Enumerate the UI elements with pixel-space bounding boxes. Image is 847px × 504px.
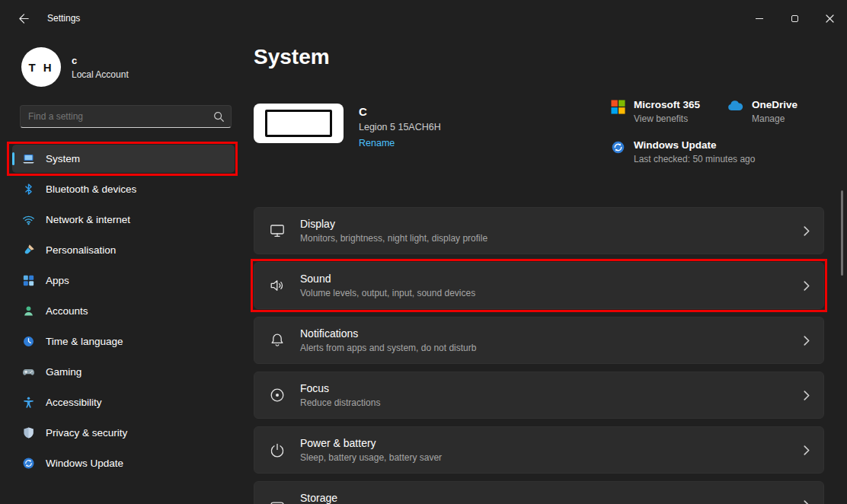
device-info: C Legion 5 15ACH6H Rename xyxy=(254,104,441,164)
update-arrows-icon xyxy=(22,457,35,470)
chevron-right-icon xyxy=(804,281,810,291)
sidebar-item-apps[interactable]: Apps xyxy=(12,266,235,295)
sidebar-item-label: System xyxy=(46,153,80,164)
user-account-type: Local Account xyxy=(72,69,129,80)
settings-card-notifications[interactable]: Notifications Alerts from apps and syste… xyxy=(254,317,824,364)
page-title: System xyxy=(254,44,824,70)
sidebar-item-time-language[interactable]: Time & language xyxy=(12,327,235,356)
card-title: Display xyxy=(300,218,789,230)
clock-icon xyxy=(22,335,35,348)
quick-links: Microsoft 365 View benefits OneDrive Man… xyxy=(611,99,824,164)
card-title: Sound xyxy=(300,273,789,285)
quick-link-title: Windows Update xyxy=(634,139,755,151)
window-controls xyxy=(742,0,847,37)
sidebar-item-label: Accounts xyxy=(46,305,88,317)
card-title: Power & battery xyxy=(300,437,789,449)
storage-drive-icon xyxy=(269,496,286,504)
sidebar-item-label: Personalisation xyxy=(46,244,116,256)
settings-card-focus[interactable]: Focus Reduce distractions xyxy=(254,372,824,419)
settings-card-sound[interactable]: Sound Volume levels, output, input, soun… xyxy=(254,262,824,309)
display-icon xyxy=(269,222,286,239)
sidebar-item-label: Windows Update xyxy=(46,458,123,469)
quick-link-windows-update[interactable]: Windows Update Last checked: 50 minutes … xyxy=(611,139,824,164)
back-button[interactable] xyxy=(11,6,37,30)
device-header: C Legion 5 15ACH6H Rename Microsoft 365 … xyxy=(254,104,824,164)
onedrive-cloud-icon xyxy=(727,100,743,112)
wifi-icon xyxy=(22,213,35,226)
manage-link[interactable]: Manage xyxy=(752,113,797,124)
game-controller-icon xyxy=(22,365,35,378)
user-name: c xyxy=(72,55,129,66)
maximize-button[interactable] xyxy=(777,0,812,37)
chevron-right-icon xyxy=(804,336,810,346)
card-subtitle: Volume levels, output, input, sound devi… xyxy=(300,288,789,298)
quick-link-title: Microsoft 365 xyxy=(634,99,700,110)
quick-link-onedrive[interactable]: OneDrive Manage xyxy=(727,99,824,124)
settings-card-power-battery[interactable]: Power & battery Sleep, battery usage, ba… xyxy=(254,426,824,474)
sidebar-item-system[interactable]: System xyxy=(12,145,235,173)
view-benefits-link[interactable]: View benefits xyxy=(634,113,700,124)
minimize-button[interactable] xyxy=(742,0,777,37)
chevron-right-icon xyxy=(804,445,810,455)
device-model: Legion 5 15ACH6H xyxy=(359,122,441,132)
main-content: System C Legion 5 15ACH6H Rename xyxy=(244,37,847,504)
sidebar-item-windows-update[interactable]: Windows Update xyxy=(12,449,235,477)
sidebar-item-label: Bluetooth & devices xyxy=(46,183,136,195)
paintbrush-icon xyxy=(22,244,35,257)
settings-window: Settings T H c Local Account xyxy=(0,0,847,504)
titlebar: Settings xyxy=(0,0,847,37)
user-account[interactable]: T H c Local Account xyxy=(21,47,244,87)
card-subtitle: Monitors, brightness, night light, displ… xyxy=(300,233,789,244)
sidebar-item-label: Gaming xyxy=(46,366,82,378)
card-subtitle: Sleep, battery usage, battery saver xyxy=(300,452,789,463)
card-title: Notifications xyxy=(300,327,789,340)
close-icon xyxy=(826,14,834,23)
sidebar-item-label: Apps xyxy=(46,275,69,286)
sidebar-item-accessibility[interactable]: Accessibility xyxy=(12,388,235,416)
sidebar-item-bluetooth-devices[interactable]: Bluetooth & devices xyxy=(12,175,235,203)
chevron-right-icon xyxy=(804,391,810,400)
sidebar-item-privacy-security[interactable]: Privacy & security xyxy=(12,419,235,447)
device-screen-graphic xyxy=(265,110,332,137)
settings-card-list: Display Monitors, brightness, night ligh… xyxy=(254,207,824,504)
apps-grid-icon xyxy=(22,274,35,287)
sidebar-item-label: Time & language xyxy=(46,336,123,347)
sidebar-item-personalisation[interactable]: Personalisation xyxy=(12,236,235,264)
windows-update-icon xyxy=(611,140,625,155)
sidebar-item-accounts[interactable]: Accounts xyxy=(12,297,235,325)
search-icon xyxy=(213,110,225,123)
quick-link-title: OneDrive xyxy=(752,99,797,110)
search-input[interactable] xyxy=(28,111,213,122)
system-icon xyxy=(22,152,35,165)
sidebar-item-label: Network & internet xyxy=(46,214,130,225)
close-button[interactable] xyxy=(812,0,847,37)
window-title: Settings xyxy=(47,13,80,24)
sound-speaker-icon xyxy=(269,277,286,294)
annotation-box-system xyxy=(7,142,238,176)
last-checked-text: Last checked: 50 minutes ago xyxy=(634,154,755,164)
sidebar-item-label: Accessibility xyxy=(46,397,102,408)
sidebar-item-network-internet[interactable]: Network & internet xyxy=(12,206,235,234)
scrollbar[interactable] xyxy=(841,190,843,276)
focus-dial-icon xyxy=(269,387,286,404)
shield-icon xyxy=(22,426,35,439)
sidebar-nav: System Bluetooth & devices Network & int… xyxy=(0,145,244,477)
rename-link[interactable]: Rename xyxy=(359,138,395,148)
settings-card-display[interactable]: Display Monitors, brightness, night ligh… xyxy=(254,207,824,254)
card-title: Focus xyxy=(300,382,789,394)
sidebar-item-label: Privacy & security xyxy=(46,427,127,439)
search-box[interactable] xyxy=(20,105,232,128)
maximize-icon xyxy=(791,15,798,22)
settings-card-storage[interactable]: Storage Storage space, drives, configura… xyxy=(254,481,824,504)
chevron-right-icon xyxy=(804,500,810,504)
card-subtitle: Reduce distractions xyxy=(300,397,789,408)
microsoft-365-icon xyxy=(611,100,625,114)
bluetooth-icon xyxy=(22,183,35,196)
chevron-right-icon xyxy=(804,226,810,236)
avatar: T H xyxy=(21,47,61,87)
card-title: Storage xyxy=(300,492,789,504)
sidebar-item-gaming[interactable]: Gaming xyxy=(12,358,235,386)
minimize-icon xyxy=(756,18,763,19)
accessibility-person-icon xyxy=(22,396,35,409)
quick-link-microsoft-365[interactable]: Microsoft 365 View benefits xyxy=(611,99,727,124)
